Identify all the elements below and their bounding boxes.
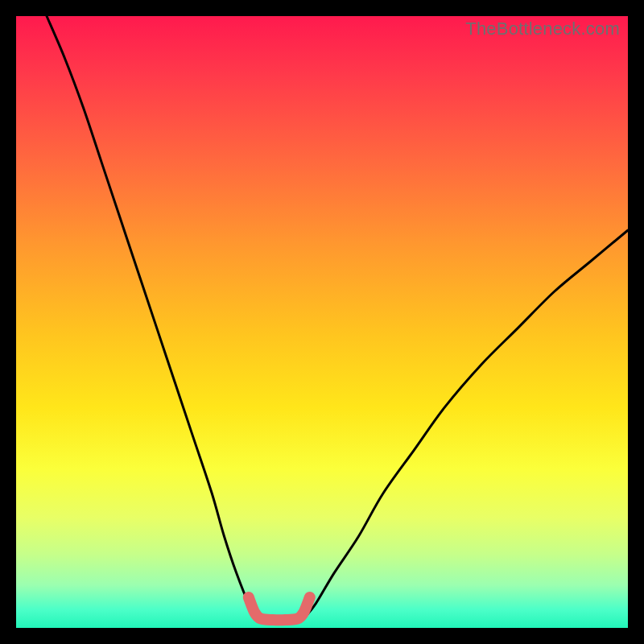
left-branch-path xyxy=(47,16,258,619)
curve-layer xyxy=(16,16,628,628)
chart-frame: TheBottleneck.com xyxy=(0,0,644,644)
plot-area: TheBottleneck.com xyxy=(16,16,628,628)
valley-highlight-path xyxy=(249,597,310,620)
right-branch-path xyxy=(303,230,628,619)
